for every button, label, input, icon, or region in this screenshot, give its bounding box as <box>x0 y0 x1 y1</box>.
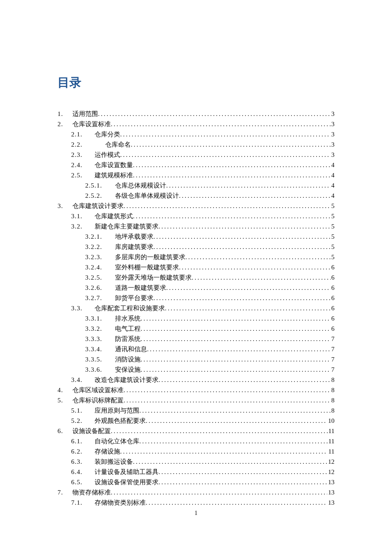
toc-entry[interactable]: 3.2.2.库房建筑要求5 <box>58 242 334 252</box>
toc-entry[interactable]: 3.3.1.排水系统6 <box>58 313 334 324</box>
toc-entry[interactable]: 3.4.改造仓库建筑设计要求8 <box>58 375 334 385</box>
toc-entry[interactable]: 6.2.存储设施11 <box>58 446 334 457</box>
toc-entry-page: 7 <box>331 344 335 354</box>
toc-entry-page: 4 <box>331 191 335 201</box>
toc-leader-dots <box>131 139 331 150</box>
toc-entry[interactable]: 4.仓库区域设置标准8 <box>58 385 334 395</box>
toc-entry-page: 5 <box>331 221 335 231</box>
toc-leader-dots <box>111 426 328 436</box>
toc-entry[interactable]: 6.3.装卸搬运设备12 <box>58 457 334 467</box>
toc-leader-dots <box>139 436 328 446</box>
toc-entry-page: 8 <box>331 405 335 416</box>
toc-entry[interactable]: 3.2.4.室外料棚一般建筑要求6 <box>58 262 334 272</box>
toc-entry-number: 2.1. <box>71 129 95 139</box>
toc-leader-dots <box>141 324 331 334</box>
toc-entry-page: 5 <box>331 201 335 211</box>
toc-entry-number: 3.2.6. <box>85 283 115 293</box>
toc-entry[interactable]: 3.2.6.道路一般建筑要求6 <box>58 283 334 293</box>
toc-entry-number: 3.2.1. <box>85 231 115 242</box>
toc-entry-number: 6.4. <box>71 467 95 477</box>
toc-leader-dots <box>165 303 331 313</box>
toc-entry-title: 存储设施 <box>95 446 120 457</box>
toc-leader-dots <box>166 283 331 293</box>
toc-leader-dots <box>120 446 328 457</box>
toc-entry-page: 7 <box>331 334 335 344</box>
toc-entry[interactable]: 2.5.2.各级仓库单体规模设计4 <box>58 191 334 201</box>
toc-entry-title: 地坪承载要求 <box>115 231 153 242</box>
toc-entry[interactable]: 2.2.仓库命名3 <box>58 139 334 150</box>
toc-entry-page: 3 <box>331 109 335 119</box>
toc-entry-page: 6 <box>331 313 335 324</box>
toc-entry-number: 3.1. <box>71 211 95 221</box>
toc-entry[interactable]: 3.3.仓库配套工程和设施要求6 <box>58 303 334 313</box>
toc-entry-number: 2.4. <box>71 160 95 170</box>
toc-entry-page: 10 <box>327 416 334 426</box>
toc-leader-dots <box>147 344 331 354</box>
toc-entry-page: 8 <box>331 375 335 385</box>
toc-leader-dots <box>192 272 331 283</box>
toc-entry-title: 仓库建筑形式 <box>95 211 133 221</box>
toc-leader-dots <box>166 180 331 191</box>
toc-entry[interactable]: 6.4.计量设备及辅助工器具12 <box>58 467 334 477</box>
toc-entry-title: 卸货平台要求 <box>115 293 153 303</box>
toc-entry[interactable]: 5.仓库标识标牌配置8 <box>58 395 334 405</box>
toc-entry-number: 3.3.1. <box>85 313 115 324</box>
toc-entry[interactable]: 3.1.仓库建筑形式5 <box>58 211 334 221</box>
toc-leader-dots <box>179 191 331 201</box>
toc-leader-dots <box>133 160 331 170</box>
toc-entry[interactable]: 6.1.自动化立体仓库11 <box>58 436 334 446</box>
toc-entry[interactable]: 7.物资存储标准13 <box>58 487 334 497</box>
toc-entry-number: 7.1. <box>71 497 95 508</box>
toc-entry[interactable]: 5.2.外观颜色搭配要求10 <box>58 416 334 426</box>
toc-entry-page: 5 <box>331 211 335 221</box>
toc-entry[interactable]: 2.5.1.仓库总体规模设计4 <box>58 180 334 191</box>
toc-entry[interactable]: 3.仓库建筑设计要求5 <box>58 201 334 211</box>
toc-entry-title: 通讯和信息 <box>115 344 147 354</box>
toc-entry-title: 设施设备保管使用要求 <box>95 477 159 487</box>
toc-entry[interactable]: 3.3.4.通讯和信息7 <box>58 344 334 354</box>
toc-entry[interactable]: 2.仓库设置标准3 <box>58 119 334 129</box>
toc-entry-page: 3 <box>331 139 335 150</box>
toc-entry-title: 多层库房的一般建筑要求 <box>115 252 185 262</box>
toc-entry[interactable]: 3.3.3.防雷系统7 <box>58 334 334 344</box>
toc-entry-page: 11 <box>328 446 334 457</box>
toc-entry[interactable]: 6.设施设备配置11 <box>58 426 334 436</box>
toc-entry-title: 改造仓库建筑设计要求 <box>95 375 159 385</box>
toc-leader-dots <box>141 364 331 375</box>
toc-entry-page: 6 <box>331 293 335 303</box>
toc-entry-page: 13 <box>327 497 334 508</box>
toc-entry-number: 3.3.2. <box>85 324 115 334</box>
toc-entry[interactable]: 3.3.5.消防设施7 <box>58 354 334 364</box>
toc-entry-title: 仓库区域设置标准 <box>72 385 124 395</box>
toc-leader-dots <box>159 467 327 477</box>
toc-entry-title: 应用原则与范围 <box>95 405 139 416</box>
toc-entry[interactable]: 3.2.1.地坪承载要求5 <box>58 231 334 242</box>
toc-entry-number: 3.3.6. <box>85 364 115 375</box>
toc-entry[interactable]: 5.1.应用原则与范围8 <box>58 405 334 416</box>
toc-entry[interactable]: 2.1.仓库分类3 <box>58 129 334 139</box>
toc-leader-dots <box>124 385 331 395</box>
toc-entry-number: 6.1. <box>71 436 95 446</box>
toc-entry[interactable]: 3.2.新建仓库主要建筑要求5 <box>58 221 334 231</box>
toc-entry[interactable]: 2.4.仓库设置数量4 <box>58 160 334 170</box>
toc-entry[interactable]: 1.适用范围3 <box>58 109 334 119</box>
toc-entry[interactable]: 6.5.设施设备保管使用要求13 <box>58 477 334 487</box>
toc-entry-number: 3.2.5. <box>85 272 115 283</box>
toc-entry[interactable]: 3.3.6.安保设施7 <box>58 364 334 375</box>
toc-leader-dots <box>153 293 331 303</box>
toc-entry[interactable]: 3.3.2.电气工程6 <box>58 324 334 334</box>
toc-entry[interactable]: 3.2.7.卸货平台要求6 <box>58 293 334 303</box>
toc-entry-number: 3.3. <box>71 303 95 313</box>
toc-leader-dots <box>159 375 331 385</box>
toc-entry-page: 4 <box>331 180 335 191</box>
toc-entry-title: 仓库分类 <box>95 129 120 139</box>
toc-entry[interactable]: 3.2.5.室外露天堆场一般建筑要求6 <box>58 272 334 283</box>
toc-entry[interactable]: 2.3.运作模式3 <box>58 150 334 160</box>
toc-entry-page: 6 <box>331 262 335 272</box>
toc-entry-title: 物资存储标准 <box>72 487 111 497</box>
toc-entry[interactable]: 2.5.建筑规模标准4 <box>58 170 334 180</box>
toc-entry[interactable]: 7.1.存储物资类别标准13 <box>58 497 334 508</box>
toc-entry[interactable]: 3.2.3.多层库房的一般建筑要求5 <box>58 252 334 262</box>
toc-entry-number: 2.2. <box>71 139 105 150</box>
toc-entry-page: 5 <box>331 252 335 262</box>
